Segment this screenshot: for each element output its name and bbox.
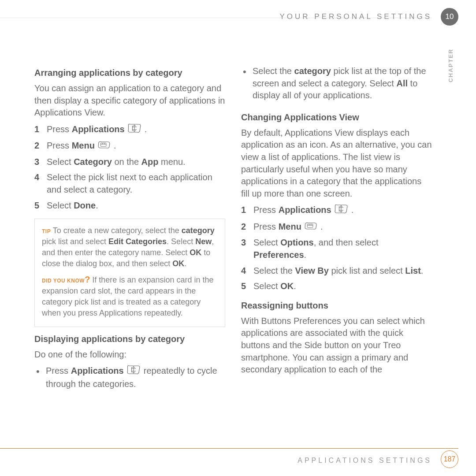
step-2: 2 Press Menu . — [34, 140, 225, 152]
heading-arranging: Arranging applications by category — [34, 68, 225, 78]
heading-reassigning: Reassigning buttons — [241, 301, 432, 311]
chapter-vertical-label: CHAPTER — [447, 48, 454, 82]
step-4b: 4 Select the View By pick list and selec… — [241, 265, 432, 277]
applications-icon — [127, 365, 140, 378]
step-1: 1 Press Applications . — [34, 123, 225, 137]
heading-displaying: Displaying applications by category — [34, 334, 225, 344]
tip-callout: TIP To create a new category, select the… — [34, 219, 225, 327]
step-5b: 5 Select OK. — [241, 280, 432, 293]
bullet-press-applications: Press Applications repeatedly to cycle t… — [34, 365, 225, 390]
steps-changing: 1 Press Applications . 2 Press Menu . 3 … — [241, 204, 432, 292]
step-3: 3 Select Category on the App menu. — [34, 156, 225, 168]
menu-icon — [98, 140, 110, 152]
tip-label: TIP — [42, 228, 51, 234]
footer-section-title: APPLICATIONS SETTINGS — [298, 457, 432, 465]
page-number-badge: 187 — [441, 450, 458, 468]
menu-icon — [305, 221, 317, 234]
para-reassigning: With Buttons Preferences you can select … — [241, 315, 432, 376]
left-column: Arranging applications by category You c… — [34, 65, 225, 394]
step-1b: 1 Press Applications . — [241, 204, 432, 217]
applications-icon — [335, 204, 348, 217]
para-arranging: You can assign an application to a categ… — [34, 82, 225, 119]
step-2b: 2 Press Menu . — [241, 221, 432, 234]
right-column: Select the category pick list at the top… — [241, 65, 432, 394]
applications-icon — [128, 123, 141, 137]
footer-rule — [0, 448, 458, 449]
para-changing: By default, Applications View displays e… — [241, 127, 432, 200]
bullet-select-category: Select the category pick list at the top… — [241, 65, 432, 102]
step-4: 4 Select the pick list next to each appl… — [34, 171, 225, 196]
step-3b: 3 Select Options, and then select Prefer… — [241, 237, 432, 261]
para-displaying: Do one of the following: — [34, 349, 225, 361]
bullets-displaying-cont: Select the category pick list at the top… — [241, 65, 432, 102]
bullets-displaying: Press Applications repeatedly to cycle t… — [34, 365, 225, 390]
steps-arranging: 1 Press Applications . 2 Press Menu . 3 … — [34, 123, 225, 212]
chapter-number-badge: 10 — [441, 8, 458, 26]
step-5: 5 Select Done. — [34, 200, 225, 212]
did-you-know-label: DID YOU KNOW — [42, 278, 85, 284]
header-title: YOUR PERSONAL SETTINGS — [279, 12, 432, 21]
heading-changing: Changing Applications View — [241, 112, 432, 123]
